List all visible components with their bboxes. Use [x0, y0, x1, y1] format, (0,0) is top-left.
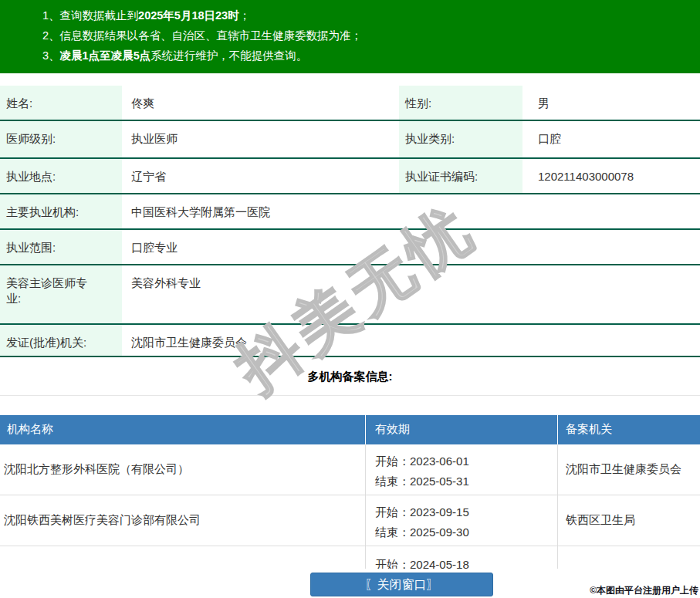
field-value-name: 佟爽	[122, 86, 399, 120]
institution-name	[0, 546, 365, 569]
field-value-practice-location: 辽宁省	[122, 159, 399, 193]
valid-period-end: 结束：2025-05-31	[375, 471, 557, 492]
valid-period-start: 开始：2024-05-18	[375, 555, 557, 569]
close-window-button[interactable]: 〖关闭窗口〗	[310, 573, 493, 596]
table-row: 发证(批准)机关: 沈阳市卫生健康委员会	[0, 325, 700, 357]
field-label-main-institution: 主要执业机构:	[0, 194, 122, 228]
table-row: 主要执业机构: 中国医科大学附属第一医院	[0, 194, 700, 230]
filing-authority: 沈阳市卫生健康委员会	[557, 444, 700, 495]
field-value-gender: 男	[522, 86, 700, 120]
institution-name: 沈阳铁西美树医疗美容门诊部有限公司	[0, 495, 365, 546]
valid-period-start: 开始：2023-09-15	[375, 502, 557, 522]
practitioner-info-table: 姓名: 佟爽 性别: 男 医师级别: 执业医师 执业类别: 口腔 执业地点: 辽…	[0, 86, 700, 357]
field-value-practice-scope: 口腔专业	[122, 230, 700, 264]
field-value-main-institution: 中国医科大学附属第一医院	[122, 194, 700, 228]
field-label-issuing-authority: 发证(批准)机关:	[0, 325, 122, 356]
column-header-valid-period: 有效期	[365, 415, 557, 444]
multi-institution-table: 机构名称 有效期 备案机关 沈阳北方整形外科医院（有限公司） 开始：2023-0…	[0, 415, 700, 569]
table-row: 沈阳铁西美树医疗美容门诊部有限公司 开始：2023-09-15 结束：2025-…	[0, 495, 700, 546]
table-row: 姓名: 佟爽 性别: 男	[0, 86, 700, 121]
field-label-cosmetic-specialty: 美容主诊医师专业:	[0, 265, 122, 323]
uploader-note: ©本图由平台注册用户上传	[590, 584, 698, 597]
institution-name: 沈阳北方整形外科医院（有限公司）	[0, 444, 365, 495]
table-row: 执业地点: 辽宁省 执业证书编码: 120211403000078	[0, 159, 700, 194]
valid-period: 开始：2024-05-18	[365, 546, 557, 569]
valid-period-end: 结束：2025-09-30	[375, 522, 557, 542]
table-row: 开始：2024-05-18	[0, 546, 700, 569]
table-row: 沈阳北方整形外科医院（有限公司） 开始：2023-06-01 结束：2025-0…	[0, 444, 700, 495]
field-value-license-number: 120211403000078	[522, 159, 700, 193]
column-header-filing-authority: 备案机关	[557, 415, 700, 444]
notice-line-2: 2、信息数据结果以各省、自治区、直辖市卫生健康委数据为准；	[42, 25, 692, 46]
field-value-practice-category: 口腔	[522, 121, 700, 157]
field-label-license-number: 执业证书编码:	[399, 159, 522, 193]
valid-period-start: 开始：2023-06-01	[375, 451, 557, 471]
field-label-name: 姓名:	[0, 86, 122, 120]
section-divider	[0, 395, 700, 396]
table-row: 执业范围: 口腔专业	[0, 230, 700, 265]
filing-authority: 铁西区卫生局	[557, 495, 700, 546]
field-value-issuing-authority: 沈阳市卫生健康委员会	[122, 325, 700, 356]
filing-authority	[557, 546, 700, 569]
notice-line-1: 1、查询数据截止到2025年5月18日23时；	[42, 5, 692, 25]
field-label-practice-category: 执业类别:	[399, 121, 522, 157]
notice-line-3: 3、凌晨1点至凌晨5点系统进行维护，不能提供查询。	[42, 46, 692, 66]
notice-banner: 1、查询数据截止到2025年5月18日23时； 2、信息数据结果以各省、自治区、…	[0, 0, 700, 73]
field-label-practice-scope: 执业范围:	[0, 230, 122, 264]
table-row: 美容主诊医师专业: 美容外科专业	[0, 265, 700, 325]
table-row: 医师级别: 执业医师 执业类别: 口腔	[0, 121, 700, 159]
valid-period: 开始：2023-06-01 结束：2025-05-31	[365, 444, 557, 495]
field-label-gender: 性别:	[399, 86, 522, 120]
field-label-doctor-level: 医师级别:	[0, 121, 122, 157]
field-label-practice-location: 执业地点:	[0, 159, 122, 193]
field-value-doctor-level: 执业医师	[122, 121, 399, 157]
field-value-cosmetic-specialty: 美容外科专业	[122, 265, 700, 323]
column-header-institution-name: 机构名称	[0, 415, 365, 444]
valid-period: 开始：2023-09-15 结束：2025-09-30	[365, 495, 557, 546]
org-table-header: 机构名称 有效期 备案机关	[0, 415, 700, 444]
multi-institution-section-title: 多机构备案信息:	[0, 370, 700, 384]
